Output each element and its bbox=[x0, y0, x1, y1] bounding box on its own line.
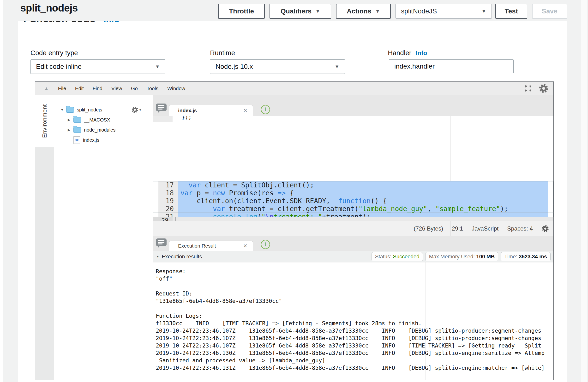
line-number: 29 bbox=[153, 217, 172, 221]
chevron-down-icon: ▼ bbox=[315, 9, 320, 14]
chevron-down-icon[interactable]: ▼ bbox=[61, 108, 66, 112]
code-entry-type-value: Edit code inline bbox=[36, 63, 82, 71]
tree-item-label: __MACOSX bbox=[84, 117, 110, 123]
chevron-right-icon[interactable]: ▶ bbox=[68, 128, 73, 132]
editor-pane: index.js × + });17 var client = SplitObj… bbox=[153, 95, 553, 380]
page-scrollbar[interactable] bbox=[581, 0, 587, 382]
page-title: split_nodejs bbox=[21, 2, 78, 14]
text-cursor bbox=[175, 217, 175, 221]
new-tab-plus-icon[interactable]: + bbox=[261, 105, 270, 114]
chevron-down-icon: ▼ bbox=[155, 64, 160, 70]
editor-tabbar: index.js × + bbox=[153, 95, 553, 116]
throttle-button[interactable]: Throttle bbox=[218, 4, 265, 19]
ide-menus: FileEditFindViewGoToolsWindow bbox=[58, 86, 185, 91]
tab-list-icon[interactable] bbox=[156, 103, 167, 114]
tree-item-label: split_nodejs bbox=[77, 107, 102, 113]
chevron-down-icon: ▼ bbox=[482, 9, 486, 14]
log-line: 2019-10-24T22:23:46.130Z 131e865f-6eb4-4… bbox=[156, 349, 553, 357]
runtime-label: Runtime bbox=[210, 49, 235, 57]
results-tabbar: Execution Result × + bbox=[153, 236, 553, 251]
actions-button[interactable]: Actions ▼ bbox=[336, 4, 391, 19]
code-line-18[interactable]: 18var p = new Promise(res => { bbox=[153, 189, 553, 197]
chevron-down-icon: ▼ bbox=[335, 64, 339, 70]
code-text: client.on(client.Event.SDK_READY, functi… bbox=[178, 197, 548, 205]
code-editor-ide: ▲ FileEditFindViewGoToolsWindow Environm… bbox=[35, 81, 554, 380]
environment-tab-label: Environment bbox=[41, 104, 48, 138]
log-line: Sanitized and processed value => [lambda… bbox=[156, 357, 553, 364]
code-line-19[interactable]: 19 client.on(client.Event.SDK_READY, fun… bbox=[153, 197, 553, 205]
line-number: 18 bbox=[158, 189, 178, 197]
menu-go[interactable]: Go bbox=[131, 86, 138, 91]
test-event-select[interactable]: splitNodeJS ▼ bbox=[396, 4, 492, 19]
test-button[interactable]: Test bbox=[495, 4, 527, 19]
tab-list-icon[interactable] bbox=[156, 238, 167, 248]
menu-find[interactable]: Find bbox=[93, 86, 103, 91]
environment-tab[interactable]: Environment bbox=[35, 95, 54, 147]
result-badge: Status: Succeeded bbox=[372, 252, 423, 261]
status-item: JavaScript bbox=[472, 225, 499, 232]
menu-edit[interactable]: Edit bbox=[75, 86, 84, 91]
result-badge: Max Memory Used: 100 MB bbox=[425, 252, 498, 261]
code-line-17[interactable]: 17 var client = SplitObj.client(); bbox=[153, 181, 553, 189]
log-line bbox=[156, 305, 553, 312]
tab-execution-result-label: Execution Result bbox=[178, 243, 216, 249]
ide-menubar: ▲ FileEditFindViewGoToolsWindow bbox=[35, 82, 553, 95]
lambda-console-page: split_nodejs Throttle Qualifiers ▼ Actio… bbox=[0, 0, 588, 382]
fullscreen-icon[interactable] bbox=[524, 84, 532, 93]
execution-result-badges: Status: SucceededMax Memory Used: 100 MB… bbox=[372, 252, 550, 261]
execution-results-title: Execution results bbox=[162, 253, 202, 260]
line-number: 20 bbox=[158, 205, 178, 212]
close-icon[interactable]: × bbox=[243, 243, 247, 249]
menu-window[interactable]: Window bbox=[167, 86, 185, 91]
save-button[interactable]: Save bbox=[532, 4, 567, 19]
folder-icon bbox=[66, 107, 74, 113]
folder-icon bbox=[73, 117, 81, 123]
code-line-partial[interactable]: }); bbox=[153, 116, 553, 122]
handler-info-link[interactable]: Info bbox=[416, 49, 427, 57]
log-line: f13330cc INFO [TIME TRACKER] => [Fetchin… bbox=[156, 320, 553, 327]
throttle-button-label: Throttle bbox=[229, 7, 254, 15]
tree-settings-gear-icon[interactable]: ▾ bbox=[131, 106, 141, 113]
new-tab-plus-icon[interactable]: + bbox=[261, 240, 270, 249]
code-entry-type-select[interactable]: Edit code inline ▼ bbox=[30, 59, 165, 74]
code-text bbox=[172, 217, 553, 221]
menu-file[interactable]: File bbox=[58, 86, 66, 91]
status-item: Spaces: 4 bbox=[507, 225, 533, 232]
collapse-editor-icon[interactable]: ▲ bbox=[44, 86, 48, 91]
execution-results-header: ▼ Execution results Status: SucceededMax… bbox=[153, 251, 553, 262]
qualifiers-button[interactable]: Qualifiers ▼ bbox=[270, 4, 331, 19]
chevron-right-icon[interactable]: ▶ bbox=[68, 118, 73, 122]
chevron-down-icon[interactable]: ▼ bbox=[156, 255, 159, 258]
code-line-29[interactable]: 29 bbox=[153, 217, 553, 221]
actions-button-label: Actions bbox=[347, 7, 372, 15]
chevron-down-icon: ▼ bbox=[375, 9, 380, 14]
tab-index-js-label: index.js bbox=[178, 108, 197, 113]
test-button-label: Test bbox=[505, 7, 518, 15]
log-line: 2019-10-24T22:23:46.107Z 131e865f-6eb4-4… bbox=[156, 335, 553, 342]
test-event-select-value: splitNodeJS bbox=[401, 7, 437, 15]
close-icon[interactable]: × bbox=[243, 107, 247, 114]
ide-left-sidebar: Environment bbox=[35, 95, 54, 380]
editor-statusbar: (726 Bytes)29:1JavaScriptSpaces: 4 bbox=[153, 221, 553, 236]
tree-item-__MACOSX[interactable]: ▶__MACOSX bbox=[54, 115, 153, 125]
code-line-20[interactable]: 20 var treatment = client.getTreatment("… bbox=[153, 205, 553, 213]
tree-item-node_modules[interactable]: ▶node_modules bbox=[54, 125, 153, 135]
tree-item-split_nodejs[interactable]: ▼split_nodejs▾ bbox=[54, 105, 153, 115]
qualifiers-button-label: Qualifiers bbox=[281, 7, 312, 15]
code-editor-area[interactable]: });17 var client = SplitObj.client();18v… bbox=[153, 116, 553, 221]
statusbar-gear-icon[interactable] bbox=[542, 225, 549, 232]
log-line: 2019-10-24T22:23:46.107Z 131e865f-6eb4-4… bbox=[156, 342, 553, 349]
menu-view[interactable]: View bbox=[111, 86, 122, 91]
scrolled-heading-fragment: Function codeInfo bbox=[23, 21, 148, 24]
editor-settings-gear-icon[interactable] bbox=[539, 83, 549, 94]
handler-input[interactable] bbox=[389, 59, 514, 73]
tree-item-index.js[interactable]: <>index.js bbox=[54, 135, 153, 145]
tab-execution-result[interactable]: Execution Result × bbox=[169, 241, 253, 251]
status-item: (726 Bytes) bbox=[414, 225, 443, 232]
log-line: Function Logs: bbox=[156, 312, 553, 320]
code-text: }); bbox=[172, 116, 553, 122]
menu-tools[interactable]: Tools bbox=[147, 86, 158, 91]
runtime-select[interactable]: Node.js 10.x ▼ bbox=[210, 59, 345, 74]
status-item: 29:1 bbox=[452, 225, 463, 232]
tab-index-js[interactable]: index.js × bbox=[169, 105, 253, 116]
